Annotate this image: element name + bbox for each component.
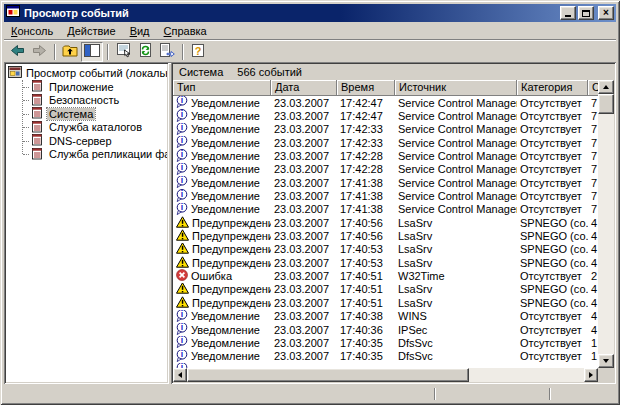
menu-console[interactable]: Консоль [4,23,60,39]
tree-root-label: Просмотр событий (локальных) [26,67,167,79]
cell-date: 23.03.2007 [271,324,337,336]
event-type-label: Уведомление [191,350,260,362]
event-row[interactable]: Предупреждение23.03.200717:40:56LsaSrvSP… [173,229,598,242]
event-row[interactable]: iУведомление23.03.200717:40:36IPSecОтсут… [173,323,598,336]
event-row[interactable]: Предупреждение23.03.200717:40:51LsaSrvSP… [173,283,598,296]
horizontal-scroll-thumb[interactable] [187,368,469,382]
refresh-button[interactable] [134,42,156,62]
event-type-label: Уведомление [191,203,260,215]
event-row[interactable]: iУведомление23.03.200717:42:33Service Co… [173,123,598,136]
cell-type: iУведомление [173,350,271,363]
horizontal-scrollbar[interactable] [173,368,598,382]
minimize-button[interactable] [560,6,576,20]
event-row[interactable]: iУведомление23.03.200717:40:35DfsSvcОтсу… [173,350,598,363]
cell-source: LsaSrv [395,257,517,269]
scroll-right-button[interactable] [584,368,598,382]
console-root-icon [8,66,22,80]
event-type-label: Предупреждение [192,297,271,309]
tree-item-dns-сервер[interactable]: DNS-сервер [15,134,167,148]
cell-category: Отсутствует [517,324,588,336]
cell-time: 17:40:53 [337,257,395,269]
svg-text:?: ? [195,44,202,56]
information-icon: i [176,136,188,149]
horizontal-scroll-track[interactable] [469,368,584,382]
cell-date: 23.03.2007 [271,163,337,175]
event-row[interactable]: Предупреждение23.03.200717:40:56LsaSrvSP… [173,216,598,229]
tree-item-приложение[interactable]: Приложение [15,80,167,94]
cell-event: 7 [588,150,598,162]
maximize-button[interactable] [578,6,594,20]
scroll-down-button[interactable] [598,354,614,368]
event-row[interactable]: iУведомление23.03.200717:42:47Service Co… [173,109,598,122]
svg-text:i: i [181,203,183,213]
vertical-scrollbar[interactable] [598,80,614,368]
cell-time: 17:40:35 [337,350,395,362]
export-list-button[interactable] [156,42,178,62]
cell-source: DfsSvc [395,350,517,362]
tree-item-безопасность[interactable]: Безопасность [15,94,167,108]
cell-source: W32Time [395,270,517,282]
cell-type: Предупреждение [173,216,271,229]
cell-event: 4 [588,217,598,229]
event-row[interactable]: Предупреждение23.03.200717:40:53LsaSrvSP… [173,243,598,256]
cell-type: iУведомление [173,123,271,136]
cell-source: LsaSrv [395,297,517,309]
back-button[interactable] [6,42,28,62]
column-header-source[interactable]: Источник [395,80,517,96]
menu-bar: КонсольДействиеВидСправка [4,22,616,40]
information-icon: i [176,350,188,363]
tree-item-служба-репликации-файлов[interactable]: Служба репликации файлов [15,148,167,162]
tree-item-служба-каталогов[interactable]: Служба каталогов [15,121,167,135]
scroll-left-button[interactable] [173,368,187,382]
column-header-type[interactable]: Тип [173,80,271,96]
event-row[interactable]: iУведомление23.03.200717:41:38Service Co… [173,176,598,189]
cell-type: iУведомление [173,163,271,176]
cell-source: LsaSrv [395,243,517,255]
event-row[interactable]: Предупреждение23.03.200717:40:51LsaSrvSP… [173,296,598,309]
cell-category: SPNEGO (со... [517,217,588,229]
menu-help[interactable]: Справка [157,23,214,39]
show-console-tree-button[interactable] [81,42,103,62]
svg-text:i: i [181,136,183,146]
event-type-label: Ошибка [191,270,232,282]
event-row[interactable]: iУведомление23.03.200717:42:47Service Co… [173,96,598,109]
event-row[interactable]: iУведомление23.03.200717:41:38Service Co… [173,189,598,202]
information-icon: i [176,310,188,323]
event-row[interactable]: Ошибка23.03.200717:40:51W32TimeОтсутству… [173,269,598,282]
vertical-scroll-thumb[interactable] [598,94,614,114]
cell-date: 23.03.2007 [271,243,337,255]
svg-text:i: i [181,123,183,133]
menu-view[interactable]: Вид [123,23,157,39]
vertical-scroll-track[interactable] [598,114,614,354]
column-header-date[interactable]: Дата [271,80,337,96]
up-one-level-button[interactable] [59,42,81,62]
cell-category: Отсутствует [517,350,588,362]
warning-icon [176,229,189,242]
cell-event: 7 [588,177,598,189]
help-button[interactable]: ? [187,42,209,62]
cell-date: 23.03.2007 [271,110,337,122]
event-row[interactable]: iУведомление23.03.200717:40:35DfsSvcОтсу… [173,336,598,349]
event-row[interactable]: iУведомление23.03.200717:42:28Service Co… [173,163,598,176]
scroll-up-button[interactable] [598,80,614,94]
properties-button[interactable] [112,42,134,62]
cell-date: 23.03.2007 [271,310,337,322]
event-row[interactable]: iУведомление23.03.200717:42:28Service Co… [173,149,598,162]
event-type-label: Уведомление [191,137,260,149]
event-row[interactable]: Предупреждение23.03.200717:40:53LsaSrvSP… [173,256,598,269]
close-button[interactable]: × [598,6,614,20]
tree-root-item[interactable]: Просмотр событий (локальных) [8,66,167,80]
event-row[interactable]: iУведомление23.03.200717:41:38Service Co… [173,203,598,216]
tree-item-система[interactable]: Система [15,107,167,121]
event-row[interactable]: iУведомление23.03.200717:40:38WINSОтсутс… [173,310,598,323]
column-header-time[interactable]: Время [337,80,395,96]
warning-icon [176,283,189,296]
event-row[interactable]: iУведомление23.03.200717:42:33Service Co… [173,136,598,149]
forward-button[interactable] [28,42,50,62]
column-header-event[interactable]: Событие [588,80,598,96]
menu-action[interactable]: Действие [60,23,122,39]
event-type-label: Уведомление [191,324,260,336]
information-icon: i [176,176,188,189]
column-header-category[interactable]: Категория [517,80,588,96]
cell-time: 17:40:38 [337,310,395,322]
